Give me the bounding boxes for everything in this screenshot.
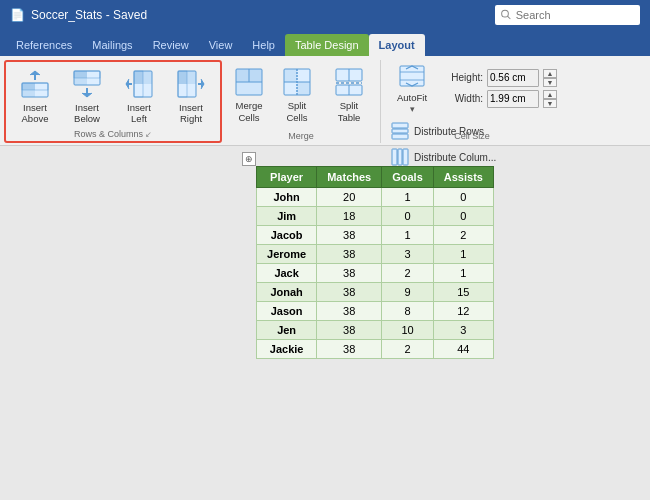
table-cell-6-0[interactable]: Jason xyxy=(257,302,317,321)
table-row: Jen38103 xyxy=(257,321,494,340)
search-icon xyxy=(501,9,512,21)
insert-below-button[interactable]: Insert Below xyxy=(62,63,112,129)
table-row: Jackie38244 xyxy=(257,340,494,359)
col-header-goals: Goals xyxy=(382,167,434,188)
width-up[interactable]: ▲ xyxy=(543,90,557,99)
table-cell-2-3[interactable]: 2 xyxy=(433,226,493,245)
table-cell-7-1[interactable]: 38 xyxy=(317,321,382,340)
distribute-columns-icon xyxy=(391,148,409,166)
insert-left-button[interactable]: Insert Left xyxy=(114,63,164,129)
search-box[interactable] xyxy=(495,5,640,25)
table-cell-5-2[interactable]: 9 xyxy=(382,283,434,302)
table-cell-1-3[interactable]: 0 xyxy=(433,207,493,226)
cell-size-label: Cell Size xyxy=(381,131,563,141)
table-cell-0-3[interactable]: 0 xyxy=(433,188,493,207)
table-cell-3-0[interactable]: Jerome xyxy=(257,245,317,264)
table-handle[interactable]: ⊕ xyxy=(242,152,256,166)
table-row: Jack3821 xyxy=(257,264,494,283)
table-cell-7-3[interactable]: 3 xyxy=(433,321,493,340)
split-cells-icon xyxy=(281,66,313,98)
insert-above-button[interactable]: Insert Above xyxy=(10,63,60,129)
table-cell-0-1[interactable]: 20 xyxy=(317,188,382,207)
merge-group: MergeCells Split Cells xyxy=(222,60,381,143)
width-down[interactable]: ▼ xyxy=(543,99,557,108)
table-cell-2-1[interactable]: 38 xyxy=(317,226,382,245)
svg-rect-14 xyxy=(143,71,152,84)
autofit-label: AutoFit xyxy=(397,92,427,103)
tab-help[interactable]: Help xyxy=(242,34,285,56)
width-spinner[interactable]: ▲ ▼ xyxy=(543,90,557,108)
height-row: Height: 0.56 cm ▲ ▼ xyxy=(441,69,557,87)
svg-rect-31 xyxy=(284,69,297,82)
merge-buttons: MergeCells Split Cells xyxy=(228,60,374,129)
table-cell-1-1[interactable]: 18 xyxy=(317,207,382,226)
height-input[interactable]: 0.56 cm xyxy=(487,69,539,87)
table-cell-1-0[interactable]: Jim xyxy=(257,207,317,226)
tab-review[interactable]: Review xyxy=(143,34,199,56)
table-cell-3-3[interactable]: 1 xyxy=(433,245,493,264)
table-cell-4-2[interactable]: 2 xyxy=(382,264,434,283)
table-row: John2010 xyxy=(257,188,494,207)
table-cell-4-1[interactable]: 38 xyxy=(317,264,382,283)
table-cell-5-0[interactable]: Jonah xyxy=(257,283,317,302)
height-down[interactable]: ▼ xyxy=(543,78,557,87)
tab-mailings[interactable]: Mailings xyxy=(82,34,142,56)
table-cell-8-3[interactable]: 44 xyxy=(433,340,493,359)
distribute-columns-button[interactable]: Distribute Colum... xyxy=(387,146,500,168)
tab-references[interactable]: References xyxy=(6,34,82,56)
insert-right-button[interactable]: Insert Right xyxy=(166,63,216,129)
merge-cells-icon xyxy=(233,66,265,98)
table-cell-4-3[interactable]: 1 xyxy=(433,264,493,283)
table-cell-0-2[interactable]: 1 xyxy=(382,188,434,207)
svg-rect-25 xyxy=(236,82,262,95)
table-cell-6-2[interactable]: 8 xyxy=(382,302,434,321)
table-cell-6-3[interactable]: 12 xyxy=(433,302,493,321)
tab-table-design[interactable]: Table Design xyxy=(285,34,369,56)
table-cell-7-2[interactable]: 10 xyxy=(382,321,434,340)
merge-cells-button[interactable]: MergeCells xyxy=(228,62,270,128)
split-cells-button[interactable]: Split Cells xyxy=(272,62,322,128)
table-cell-3-1[interactable]: 38 xyxy=(317,245,382,264)
table-cell-3-2[interactable]: 3 xyxy=(382,245,434,264)
merge-cells-label: MergeCells xyxy=(236,100,263,123)
table-row: Jacob3812 xyxy=(257,226,494,245)
table-cell-5-1[interactable]: 38 xyxy=(317,283,382,302)
table-cell-4-0[interactable]: Jack xyxy=(257,264,317,283)
table-cell-8-2[interactable]: 2 xyxy=(382,340,434,359)
svg-rect-44 xyxy=(392,149,397,165)
table-cell-2-2[interactable]: 1 xyxy=(382,226,434,245)
data-table: Player Matches Goals Assists John2010Jim… xyxy=(256,166,494,359)
height-label: Height: xyxy=(441,72,483,83)
table-cell-8-1[interactable]: 38 xyxy=(317,340,382,359)
svg-rect-9 xyxy=(74,78,87,85)
insert-left-label: Insert Left xyxy=(119,102,159,125)
height-spinner[interactable]: ▲ ▼ xyxy=(543,69,557,87)
split-table-label: Split Table xyxy=(329,100,369,123)
width-input[interactable]: 1.99 cm xyxy=(487,90,539,108)
table-cell-2-0[interactable]: Jacob xyxy=(257,226,317,245)
svg-rect-38 xyxy=(400,66,424,86)
svg-rect-19 xyxy=(187,71,196,84)
col-header-matches: Matches xyxy=(317,167,382,188)
insert-below-label: Insert Below xyxy=(67,102,107,125)
col-header-player: Player xyxy=(257,167,317,188)
table-cell-6-1[interactable]: 38 xyxy=(317,302,382,321)
width-row: Width: 1.99 cm ▲ ▼ xyxy=(441,90,557,108)
table-cell-5-3[interactable]: 15 xyxy=(433,283,493,302)
search-input[interactable] xyxy=(516,9,634,21)
height-up[interactable]: ▲ xyxy=(543,69,557,78)
svg-rect-41 xyxy=(392,123,408,128)
tab-layout[interactable]: Layout xyxy=(369,34,425,56)
table-cell-8-0[interactable]: Jackie xyxy=(257,340,317,359)
table-cell-7-0[interactable]: Jen xyxy=(257,321,317,340)
svg-rect-13 xyxy=(134,71,143,84)
rows-columns-expand[interactable]: ↙ xyxy=(145,130,152,139)
split-table-button[interactable]: Split Table xyxy=(324,62,374,128)
merge-label: Merge xyxy=(222,131,380,141)
table-cell-0-0[interactable]: John xyxy=(257,188,317,207)
autofit-button[interactable]: AutoFit ▾ xyxy=(387,60,437,116)
svg-rect-8 xyxy=(74,71,87,78)
cell-size-content: AutoFit ▾ Height: 0.56 cm ▲ ▼ xyxy=(387,60,557,168)
tab-view[interactable]: View xyxy=(199,34,243,56)
table-cell-1-2[interactable]: 0 xyxy=(382,207,434,226)
